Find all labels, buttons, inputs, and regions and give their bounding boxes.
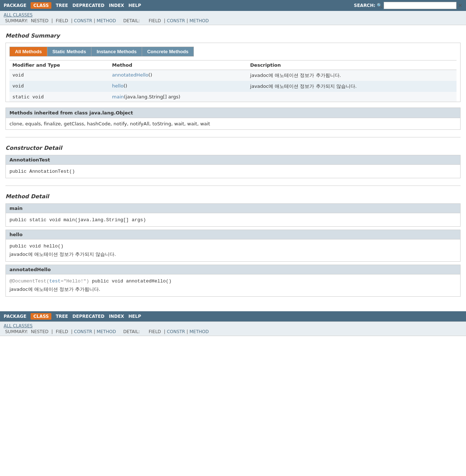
- row-modifier: static void: [9, 92, 109, 102]
- method-body-main: public static void main(java.lang.String…: [6, 213, 460, 226]
- method-signature-hello: public void hello(): [9, 243, 63, 249]
- method-name-annotatedHello: annotatedHello: [6, 265, 460, 274]
- row-desc: javadoc에 애노테이션 정보가 추가되지 않습니다.: [247, 81, 457, 92]
- row-modifier: void: [9, 81, 109, 92]
- method-name-main: main: [6, 204, 460, 213]
- main-content: Method Summary All Methods Static Method…: [0, 25, 466, 304]
- method-desc-annotatedHello: javadoc에 애노테이션 정보가 추가됩니다.: [9, 286, 457, 293]
- inherited-header: Methods inherited from class java.lang.O…: [6, 108, 460, 118]
- method-name-hello: hello: [6, 230, 460, 239]
- footer-summary-links: SUMMARY: NESTED | FIELD | CONSTR | METHO…: [4, 329, 209, 334]
- row-desc: javadoc에 애노테이션 정보가 추가됩니다.: [247, 70, 457, 81]
- nav-index[interactable]: INDEX: [109, 3, 124, 8]
- footer-detail-constr-link[interactable]: CONSTR: [167, 329, 185, 334]
- method-summary-title: Method Summary: [5, 32, 461, 39]
- footer-detail-field: FIELD: [149, 329, 161, 334]
- all-classes-link-footer[interactable]: ALL CLASSES: [4, 323, 209, 328]
- footer-summary-constr-link[interactable]: CONSTR: [74, 329, 92, 334]
- constructor-name-annotation-test: AnnotationTest: [6, 155, 460, 165]
- footer-detail-sep1: |: [164, 329, 165, 334]
- tab-all-methods[interactable]: All Methods: [9, 47, 47, 56]
- summary-method-link[interactable]: METHOD: [97, 18, 116, 23]
- section-divider-1: [5, 137, 461, 137]
- summary-sep3: |: [94, 18, 95, 23]
- detail-constr-link[interactable]: CONSTR: [167, 18, 185, 23]
- summary-constr-link[interactable]: CONSTR: [74, 18, 92, 23]
- footer-detail-method-link[interactable]: METHOD: [189, 329, 209, 334]
- method-link-hello[interactable]: hello: [112, 83, 124, 89]
- constructor-detail-title: Constructor Detail: [5, 145, 461, 151]
- sub-nav-top: ALL CLASSES SUMMARY: NESTED | FIELD | CO…: [0, 11, 466, 25]
- tab-instance-methods[interactable]: Instance Methods: [91, 47, 142, 56]
- nav-tree[interactable]: TREE: [56, 3, 68, 8]
- summary-prefix: SUMMARY:: [5, 18, 28, 23]
- footer-detail-prefix: DETAIL:: [123, 329, 140, 334]
- method-link-annotatedHello[interactable]: annotatedHello: [112, 72, 149, 78]
- footer-summary-prefix: SUMMARY:: [5, 329, 28, 334]
- method-body-annotatedHello: @DocumentTest(test="Hello!") public void…: [6, 274, 460, 296]
- col-description: Description: [247, 61, 457, 70]
- footer-summary-sep1: |: [51, 329, 53, 334]
- footer-summary-method-link[interactable]: METHOD: [97, 329, 116, 334]
- nav-class-badge[interactable]: CLASS: [31, 2, 51, 9]
- method-summary-inner: All Methods Static Methods Instance Meth…: [6, 43, 460, 102]
- detail-method-link[interactable]: METHOD: [189, 18, 209, 23]
- method-table: Modifier and Type Method Description voi…: [9, 60, 457, 102]
- method-link-main[interactable]: main: [112, 94, 124, 100]
- table-row: void annotatedHello() javadoc에 애노테이션 정보가…: [9, 70, 457, 81]
- nav-deprecated[interactable]: DEPRECATED: [73, 3, 105, 8]
- method-body-hello: public void hello() javadoc에 애노테이션 정보가 추…: [6, 239, 460, 261]
- method-main-box: main public static void main(java.lang.S…: [5, 203, 461, 227]
- footer-nav-help[interactable]: HELP: [129, 314, 141, 319]
- footer-detail-sep2: |: [187, 329, 188, 334]
- detail-sep1: |: [164, 18, 165, 23]
- section-divider-2: [5, 186, 461, 186]
- footer-nav-package[interactable]: PACKAGE: [4, 314, 26, 319]
- footer-nav-tree[interactable]: TREE: [56, 314, 68, 319]
- col-modifier: Modifier and Type: [9, 61, 109, 70]
- footer-nav-links: PACKAGE CLASS TREE DEPRECATED INDEX HELP: [0, 311, 466, 321]
- nav-package[interactable]: PACKAGE: [4, 3, 26, 8]
- inherited-methods-box: Methods inherited from class java.lang.O…: [5, 108, 461, 130]
- search-area: SEARCH: 🔍 ✕: [354, 2, 462, 9]
- row-method: hello(): [109, 81, 247, 92]
- table-row: void hello() javadoc에 애노테이션 정보가 추가되지 않습니…: [9, 81, 457, 92]
- footer-summary-sep2: |: [71, 329, 73, 334]
- footer-nav-deprecated[interactable]: DEPRECATED: [73, 314, 105, 319]
- summary-field: FIELD: [56, 18, 68, 23]
- footer-summary-field: FIELD: [56, 329, 68, 334]
- footer-nav-bar: PACKAGE CLASS TREE DEPRECATED INDEX HELP…: [0, 311, 466, 336]
- method-desc-hello: javadoc에 애노테이션 정보가 추가되지 않습니다.: [9, 251, 457, 258]
- row-desc: [247, 92, 457, 102]
- inherited-body: clone, equals, finalize, getClass, hashC…: [6, 118, 460, 129]
- detail-field: FIELD: [149, 18, 161, 23]
- method-hello-box: hello public void hello() javadoc에 애노테이션…: [5, 230, 461, 262]
- footer-summary-nested: NESTED: [31, 329, 48, 334]
- summary-links: SUMMARY: NESTED | FIELD | CONSTR | METHO…: [4, 18, 209, 23]
- row-method: main(java.lang.String[] args): [109, 92, 247, 102]
- top-nav-bar: PACKAGE CLASS TREE DEPRECATED INDEX HELP…: [0, 0, 466, 11]
- search-input[interactable]: [384, 2, 457, 9]
- summary-sep2: |: [71, 18, 73, 23]
- constructor-annotation-test-box: AnnotationTest public AnnotationTest(): [5, 155, 461, 178]
- footer-summary-sep3: |: [94, 329, 95, 334]
- search-label: SEARCH:: [354, 3, 375, 8]
- row-method: annotatedHello(): [109, 70, 247, 81]
- summary-sep1: |: [51, 18, 53, 23]
- method-tabs: All Methods Static Methods Instance Meth…: [9, 47, 457, 56]
- constructor-signature: public AnnotationTest(): [9, 169, 75, 174]
- table-row: static void main(java.lang.String[] args…: [9, 92, 457, 102]
- tab-concrete-methods[interactable]: Concrete Methods: [142, 47, 194, 56]
- tab-static-methods[interactable]: Static Methods: [47, 47, 91, 56]
- method-signature-main: public static void main(java.lang.String…: [9, 217, 146, 223]
- footer-nav-class-badge[interactable]: CLASS: [31, 313, 51, 320]
- footer-nav-index[interactable]: INDEX: [109, 314, 124, 319]
- search-icon: 🔍: [377, 3, 382, 8]
- method-detail-section: Method Detail main public static void ma…: [5, 193, 461, 297]
- nav-help[interactable]: HELP: [129, 3, 141, 8]
- footer-sub-nav: ALL CLASSES SUMMARY: NESTED | FIELD | CO…: [0, 321, 466, 336]
- all-classes-link-top[interactable]: ALL CLASSES: [4, 12, 209, 17]
- detail-prefix: DETAIL:: [123, 18, 140, 23]
- constructor-body-annotation-test: public AnnotationTest(): [6, 165, 460, 178]
- search-clear-button[interactable]: ✕: [458, 3, 462, 8]
